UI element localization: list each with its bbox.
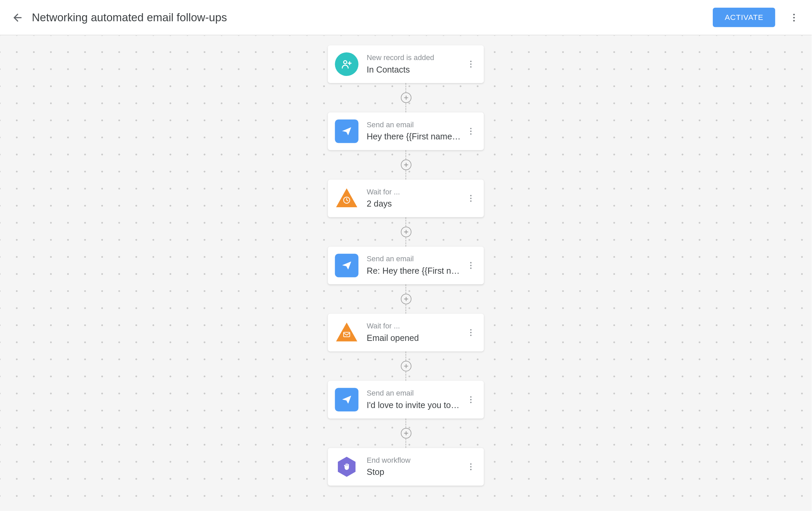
dots-vertical-icon xyxy=(466,194,476,203)
connector-line xyxy=(406,304,406,314)
connector-line xyxy=(406,371,406,381)
clock-icon xyxy=(335,187,358,210)
connector-line xyxy=(406,103,406,112)
node-value: Stop xyxy=(367,466,464,478)
node-label: End workflow xyxy=(367,456,464,466)
dots-vertical-icon xyxy=(466,462,476,472)
dots-vertical-icon xyxy=(789,12,799,23)
node-value: I'd love to invite you to… xyxy=(367,399,464,411)
node-more-button[interactable] xyxy=(464,460,478,474)
connector xyxy=(401,150,411,180)
svg-rect-28 xyxy=(344,332,350,337)
svg-point-1 xyxy=(793,14,795,15)
dots-vertical-icon xyxy=(466,59,476,69)
node-value: Hey there {{First name… xyxy=(367,130,464,142)
connector-line xyxy=(406,217,406,227)
workflow-node[interactable]: Wait for ...2 days xyxy=(328,180,484,217)
svg-point-20 xyxy=(470,200,471,202)
node-label: Send an email xyxy=(367,120,464,131)
header: Networking automated email follow-ups AC… xyxy=(0,0,812,35)
node-value: 2 days xyxy=(367,197,464,209)
node-more-button[interactable] xyxy=(464,325,478,340)
workflow-node[interactable]: Send an emailI'd love to invite you to… xyxy=(328,381,484,419)
plus-icon xyxy=(403,95,409,101)
svg-point-24 xyxy=(470,265,471,266)
workflow-node[interactable]: Send an emailRe: Hey there {{First n… xyxy=(328,247,484,285)
svg-point-12 xyxy=(470,128,471,129)
node-value: In Contacts xyxy=(367,63,464,75)
svg-point-40 xyxy=(470,466,471,467)
svg-point-2 xyxy=(793,17,795,18)
add-step-button[interactable] xyxy=(401,294,411,304)
svg-point-25 xyxy=(470,268,471,269)
header-more-button[interactable] xyxy=(786,9,802,26)
workflow-node[interactable]: New record is addedIn Contacts xyxy=(328,45,484,83)
node-text: End workflowStop xyxy=(367,456,464,478)
svg-point-9 xyxy=(470,66,471,68)
node-text: Wait for ...Email opened xyxy=(367,321,464,344)
svg-point-14 xyxy=(470,133,471,135)
plus-icon xyxy=(403,430,409,436)
svg-point-30 xyxy=(470,332,471,333)
workflow-node[interactable]: Send an emailHey there {{First name… xyxy=(328,112,484,150)
plus-icon xyxy=(403,363,409,369)
connector-line xyxy=(406,419,406,428)
connector-line xyxy=(406,284,406,294)
connector-line xyxy=(406,438,406,448)
send-icon xyxy=(335,254,358,277)
hand-icon xyxy=(335,455,358,479)
svg-point-31 xyxy=(470,334,471,336)
svg-point-36 xyxy=(470,402,471,403)
plus-icon xyxy=(403,229,409,235)
svg-point-29 xyxy=(470,329,471,330)
add-step-button[interactable] xyxy=(401,226,411,237)
node-text: Send an emailRe: Hey there {{First n… xyxy=(367,254,464,277)
connector xyxy=(401,419,411,448)
svg-point-13 xyxy=(470,131,471,132)
back-button[interactable] xyxy=(9,9,26,26)
svg-point-7 xyxy=(470,61,471,62)
page-title: Networking automated email follow-ups xyxy=(32,11,713,24)
send-icon xyxy=(335,388,358,411)
connector xyxy=(401,83,411,112)
node-text: Wait for ...2 days xyxy=(367,187,464,210)
activate-button[interactable]: ACTIVATE xyxy=(713,8,775,27)
svg-point-19 xyxy=(470,198,471,199)
dots-vertical-icon xyxy=(466,261,476,270)
node-value: Email opened xyxy=(367,332,464,344)
add-step-button[interactable] xyxy=(401,92,411,103)
connector-line xyxy=(406,83,406,92)
add-step-button[interactable] xyxy=(401,160,411,170)
node-text: Send an emailHey there {{First name… xyxy=(367,120,464,142)
plus-icon xyxy=(403,162,409,168)
node-more-button[interactable] xyxy=(464,124,478,138)
svg-point-8 xyxy=(470,63,471,65)
connector-line xyxy=(406,150,406,160)
dots-vertical-icon xyxy=(466,127,476,136)
node-label: Send an email xyxy=(367,254,464,265)
node-more-button[interactable] xyxy=(464,259,478,273)
workflow-node[interactable]: Wait for ...Email opened xyxy=(328,314,484,352)
connector-line xyxy=(406,351,406,361)
send-icon xyxy=(335,119,358,143)
node-more-button[interactable] xyxy=(464,57,478,71)
svg-point-34 xyxy=(470,396,471,398)
connector-line xyxy=(406,170,406,180)
node-label: Wait for ... xyxy=(367,187,464,198)
person-add-icon xyxy=(335,52,358,76)
connector xyxy=(401,284,411,314)
node-label: Send an email xyxy=(367,388,464,399)
add-step-button[interactable] xyxy=(401,361,411,371)
arrow-left-icon xyxy=(12,11,24,23)
mail-icon xyxy=(335,321,358,344)
dots-vertical-icon xyxy=(466,395,476,404)
workflow-canvas[interactable]: New record is addedIn ContactsSend an em… xyxy=(0,35,812,511)
add-step-button[interactable] xyxy=(401,428,411,438)
dots-vertical-icon xyxy=(466,328,476,337)
node-more-button[interactable] xyxy=(464,191,478,206)
connector-line xyxy=(406,237,406,247)
node-text: Send an emailI'd love to invite you to… xyxy=(367,388,464,411)
node-more-button[interactable] xyxy=(464,393,478,407)
workflow-node[interactable]: End workflowStop xyxy=(328,448,484,486)
svg-point-41 xyxy=(470,469,471,470)
